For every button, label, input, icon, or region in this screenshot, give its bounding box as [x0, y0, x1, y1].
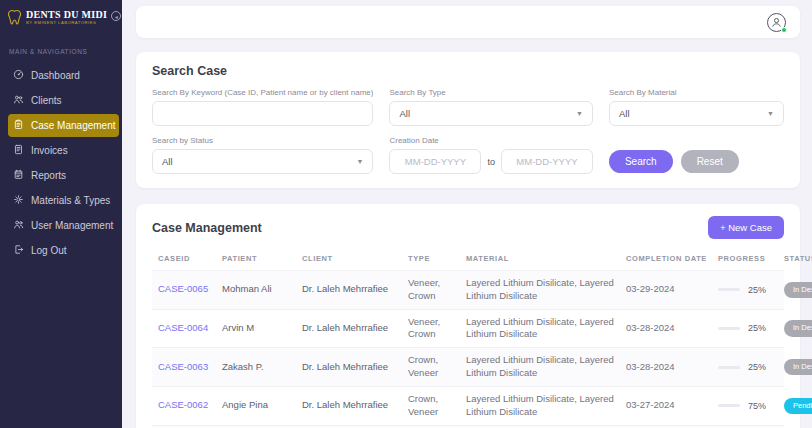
patient-cell: Angie Pina	[216, 386, 296, 425]
keyword-field-group: Search By Keyword (Case ID, Patient name…	[152, 88, 373, 126]
user-avatar-button[interactable]	[767, 13, 786, 32]
status-cell: Pending Bisque Approval	[778, 386, 784, 425]
patient-cell: Zakash P.	[216, 348, 296, 387]
sidebar-item-user-management[interactable]: User Management	[8, 214, 119, 237]
creation-date-label: Creation Date	[389, 136, 593, 145]
sidebar-item-label: Invoices	[31, 145, 68, 156]
new-case-button[interactable]: + New Case	[708, 216, 784, 239]
status-badge: In Design	[784, 320, 812, 336]
case-id-link[interactable]: CASE-0062	[152, 386, 216, 425]
client-cell: Dr. Laleh Mehrrafiee	[296, 386, 402, 425]
chevron-down-icon: ▼	[767, 110, 774, 117]
status-label: Search by Status	[152, 136, 373, 145]
keyword-input[interactable]	[152, 101, 373, 126]
progress-bar	[718, 404, 740, 407]
sidebar-item-label: User Management	[31, 220, 113, 231]
type-field-group: Search By Type All ▼	[389, 88, 593, 126]
sidebar-item-clients[interactable]: Clients	[8, 89, 119, 112]
progress-label: 25%	[748, 361, 766, 373]
material-cell: Layered Lithium Disilicate, Layered Lith…	[460, 386, 620, 425]
status-badge: In Design	[784, 359, 812, 375]
logout-icon	[13, 244, 24, 257]
progress-cell: 25%	[712, 309, 778, 348]
material-cell: Layered Lithium Disilicate, Layered Lith…	[460, 348, 620, 387]
invoices-icon	[13, 144, 24, 157]
client-cell: Dr. Laleh Mehrrafiee	[296, 309, 402, 348]
reset-button[interactable]: Reset	[681, 150, 739, 173]
case-id-link[interactable]: CASE-0063	[152, 348, 216, 387]
sidebar-item-invoices[interactable]: Invoices	[8, 139, 119, 162]
status-select-value: All	[162, 156, 173, 167]
col-completion-date: COMPLETION DATE	[620, 247, 712, 271]
client-cell: Dr. Laleh Mehrrafiee	[296, 348, 402, 387]
sidebar-item-label: Reports	[31, 170, 66, 181]
sidebar-item-log-out[interactable]: Log Out	[8, 239, 119, 262]
cases-table: CASEID PATIENT CLIENT TYPE MATERIAL COMP…	[152, 247, 784, 428]
completion-date-cell: 03-29-2024	[620, 271, 712, 310]
progress-label: 75%	[748, 400, 766, 412]
sidebar-item-dashboard[interactable]: Dashboard	[8, 64, 119, 87]
table-row: CASE-0065Mohman AliDr. Laleh MehrrafieeV…	[152, 271, 784, 310]
status-badge: In Design	[784, 282, 812, 298]
sidebar-item-materials-types[interactable]: Materials & Types	[8, 189, 119, 212]
status-field-group: Search by Status All ▼	[152, 136, 373, 174]
sidebar-item-label: Case Management	[31, 120, 116, 131]
status-badge: Pending Bisque Approval	[784, 398, 812, 414]
materials-icon	[13, 194, 24, 207]
sidebar-nav: DashboardClientsCase ManagementInvoicesR…	[0, 64, 122, 262]
date-to-input[interactable]	[501, 149, 593, 174]
completion-date-cell: 03-28-2024	[620, 348, 712, 387]
sidebar-item-case-management[interactable]: Case Management	[8, 114, 119, 137]
col-caseid: CASEID	[152, 247, 216, 271]
type-select[interactable]: All ▼	[389, 101, 593, 126]
patient-cell: Mohman Ali	[216, 271, 296, 310]
online-status-dot	[781, 27, 787, 33]
logo-title: DENTS DU MIDI	[26, 9, 107, 20]
status-cell: In Design	[778, 348, 784, 387]
date-to-separator: to	[487, 157, 495, 167]
col-client: CLIENT	[296, 247, 402, 271]
col-progress: PROGRESS	[712, 247, 778, 271]
table-header-row: CASEID PATIENT CLIENT TYPE MATERIAL COMP…	[152, 247, 784, 271]
sidebar-item-label: Clients	[31, 95, 62, 106]
date-from-input[interactable]	[389, 149, 481, 174]
user-management-icon	[13, 219, 24, 232]
type-cell: Veneer, Crown	[402, 271, 460, 310]
material-label: Search By Material	[609, 88, 784, 97]
app-logo: DENTS DU MIDI BY EMINENT LABORATORIES ◂	[0, 0, 122, 36]
material-field-group: Search By Material All ▼	[609, 88, 784, 126]
sidebar-item-label: Dashboard	[31, 70, 80, 81]
case-management-panel: Case Management + New Case CASEID PATIEN…	[136, 204, 800, 428]
completion-date-cell: 03-27-2024	[620, 386, 712, 425]
table-row: CASE-0064Arvin MDr. Laleh MehrrafieeVene…	[152, 309, 784, 348]
status-cell: In Design	[778, 271, 784, 310]
creation-date-group: Creation Date to	[389, 136, 593, 174]
col-status: STATUS	[778, 247, 784, 271]
material-select-value: All	[619, 108, 630, 119]
col-material: MATERIAL	[460, 247, 620, 271]
client-cell: Dr. Laleh Mehrrafiee	[296, 271, 402, 310]
sidebar-item-reports[interactable]: Reports	[8, 164, 119, 187]
chevron-down-icon: ▼	[576, 110, 583, 117]
case-id-link[interactable]: CASE-0065	[152, 271, 216, 310]
main-content: Search Case Search By Keyword (Case ID, …	[122, 0, 812, 428]
type-cell: Crown, Veneer	[402, 348, 460, 387]
reports-icon	[13, 169, 24, 182]
progress-cell: 25%	[712, 348, 778, 387]
sidebar-section-label: MAIN & NAVIGATIONS	[0, 36, 122, 62]
progress-cell: 25%	[712, 271, 778, 310]
sidebar-collapse-button[interactable]: ◂	[111, 11, 121, 21]
type-cell: Crown, Veneer	[402, 386, 460, 425]
status-select[interactable]: All ▼	[152, 149, 373, 174]
sidebar-item-label: Materials & Types	[31, 195, 110, 206]
search-button[interactable]: Search	[609, 150, 673, 173]
case-id-link[interactable]: CASE-0064	[152, 309, 216, 348]
table-title: Case Management	[152, 221, 262, 235]
material-select[interactable]: All ▼	[609, 101, 784, 126]
patient-cell: Arvin M	[216, 309, 296, 348]
progress-cell: 75%	[712, 386, 778, 425]
status-cell: In Design	[778, 309, 784, 348]
tooth-logo-icon	[7, 9, 22, 30]
progress-bar	[718, 327, 740, 330]
table-row: CASE-0063Zakash P.Dr. Laleh MehrrafieeCr…	[152, 348, 784, 387]
